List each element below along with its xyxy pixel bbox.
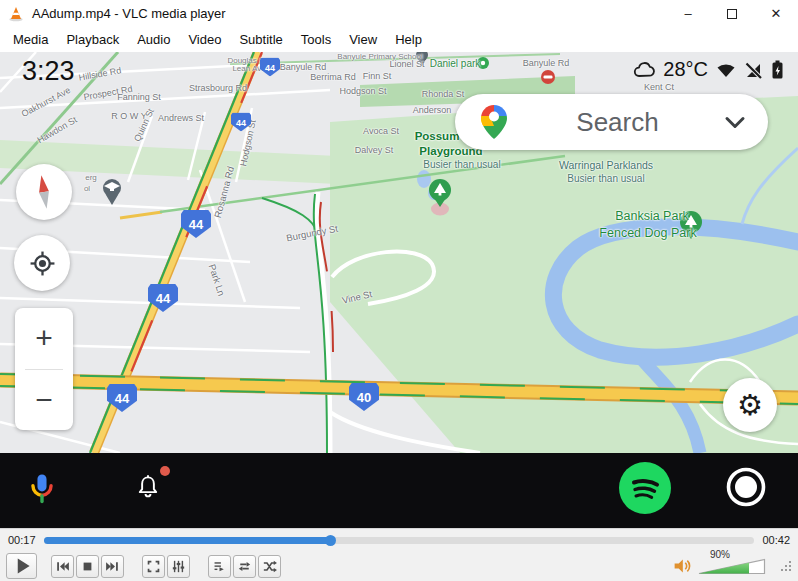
my-location-button[interactable] xyxy=(14,235,70,291)
map-label: Banyule Rd xyxy=(523,58,570,68)
random-button[interactable] xyxy=(258,555,281,578)
menu-media[interactable]: Media xyxy=(4,32,57,47)
route-shield: 44 xyxy=(181,210,211,238)
previous-icon xyxy=(54,558,71,575)
zoom-in-button[interactable]: + xyxy=(15,308,73,369)
previous-button[interactable] xyxy=(51,555,74,578)
extended-settings-button[interactable] xyxy=(167,555,190,578)
playlist-button[interactable] xyxy=(208,555,231,578)
volume-fill xyxy=(698,558,749,575)
map-label: Daniel park xyxy=(430,58,481,69)
cloud-icon xyxy=(632,60,656,80)
window-title: AAdump.mp4 - VLC media player xyxy=(32,6,226,21)
map-label: Banksia Park xyxy=(615,209,689,223)
chevron-down-icon[interactable] xyxy=(724,116,746,129)
total-time: 00:42 xyxy=(762,534,790,546)
settings-gear-icon: ⚙ xyxy=(737,388,763,422)
route-shield: 40 xyxy=(349,383,379,411)
close-button[interactable]: ✕ xyxy=(754,0,798,27)
play-button[interactable] xyxy=(6,553,37,579)
seek-row: 00:17 00:42 xyxy=(0,528,798,551)
map-label: Possum xyxy=(415,130,460,142)
resize-grip-icon[interactable] xyxy=(780,560,792,572)
title-bar: AAdump.mp4 - VLC media player – ✕ xyxy=(0,0,798,27)
compass-icon xyxy=(32,172,56,212)
seek-bar[interactable] xyxy=(44,537,755,544)
seek-handle[interactable] xyxy=(325,535,336,546)
map-label: Warringal Parklands xyxy=(559,159,653,171)
compass-button[interactable] xyxy=(16,164,72,220)
search-bar[interactable]: Search xyxy=(455,94,768,150)
menu-playback[interactable]: Playback xyxy=(57,32,128,47)
seek-progress xyxy=(44,537,332,544)
video-map-area[interactable]: Hillside RdProspect RdStrasbourg RdDougl… xyxy=(0,52,798,453)
volume-speaker-icon[interactable] xyxy=(672,557,692,575)
maximize-button[interactable] xyxy=(710,0,754,27)
map-label: Lionel St xyxy=(389,59,424,69)
menu-video[interactable]: Video xyxy=(179,32,230,47)
android-auto-dock xyxy=(0,453,798,528)
route-shield: 44 xyxy=(107,384,137,412)
map-label: Fenced Dog Park xyxy=(599,226,696,240)
status-temperature: 28°C xyxy=(663,58,708,81)
google-maps-pin-icon xyxy=(477,103,511,141)
map-label: Vine St xyxy=(341,288,373,306)
home-circle-icon xyxy=(724,465,768,509)
battery-charging-icon xyxy=(771,59,784,80)
map-label: Busier than usual xyxy=(567,173,644,184)
map-label: Hillside Rd xyxy=(78,65,122,82)
player-controls: 90% xyxy=(0,551,798,581)
loop-button[interactable] xyxy=(233,555,256,578)
menu-subtitle[interactable]: Subtitle xyxy=(230,32,291,47)
elapsed-time: 00:17 xyxy=(8,534,36,546)
extended-settings-icon xyxy=(170,558,187,575)
map-label: Anderson xyxy=(413,105,452,115)
wifi-icon xyxy=(715,61,737,79)
map-label: ol xyxy=(84,184,90,193)
status-time: 3:23 xyxy=(22,56,75,87)
map-label: Banyule Rd xyxy=(280,62,327,72)
zoom-panel: + − xyxy=(15,308,73,430)
menu-tools[interactable]: Tools xyxy=(292,32,340,47)
my-location-icon xyxy=(29,250,56,277)
stop-button[interactable] xyxy=(76,555,99,578)
map-label: Dalvey St xyxy=(355,145,394,155)
route-shield: 44 xyxy=(260,58,280,77)
map-label: Oakhurst Ave xyxy=(20,85,72,119)
fullscreen-icon xyxy=(145,558,162,575)
menu-audio[interactable]: Audio xyxy=(128,32,179,47)
home-button[interactable] xyxy=(724,465,768,513)
map-label: Burgundy St xyxy=(285,223,338,244)
minimize-button[interactable]: – xyxy=(666,0,710,27)
settings-button[interactable]: ⚙ xyxy=(723,378,777,432)
voice-assistant-button[interactable] xyxy=(25,471,59,509)
play-icon xyxy=(11,555,33,577)
map-label: Berrima Rd xyxy=(310,72,356,82)
map-label: Finn St xyxy=(363,71,392,81)
next-button[interactable] xyxy=(101,555,124,578)
map-label: Strasbourg Rd xyxy=(189,83,247,93)
map-label: Avoca St xyxy=(363,126,399,136)
spotify-app-button[interactable] xyxy=(619,462,671,518)
playlist-icon xyxy=(211,558,228,575)
map-label: Hawdon St xyxy=(35,115,78,146)
vlc-cone-icon xyxy=(8,6,24,22)
route-shield: 44 xyxy=(148,284,178,312)
notifications-button[interactable] xyxy=(132,471,164,507)
spotify-icon xyxy=(619,462,671,514)
stop-icon xyxy=(79,558,96,575)
next-icon xyxy=(104,558,121,575)
map-label: Rhonda St xyxy=(422,89,465,99)
map-label: Rosanna Rd xyxy=(212,165,236,219)
menu-help[interactable]: Help xyxy=(386,32,431,47)
volume-slider[interactable]: 90% xyxy=(698,558,766,575)
zoom-out-button[interactable]: − xyxy=(15,370,73,431)
search-input[interactable]: Search xyxy=(511,107,724,138)
google-mic-icon xyxy=(25,471,59,505)
menu-view[interactable]: View xyxy=(340,32,386,47)
cellular-off-icon xyxy=(744,61,764,79)
map-label: erg xyxy=(85,173,97,182)
map-label: Busier than usual xyxy=(423,159,500,170)
map-label: Hodgson St xyxy=(339,86,386,96)
fullscreen-button[interactable] xyxy=(142,555,165,578)
